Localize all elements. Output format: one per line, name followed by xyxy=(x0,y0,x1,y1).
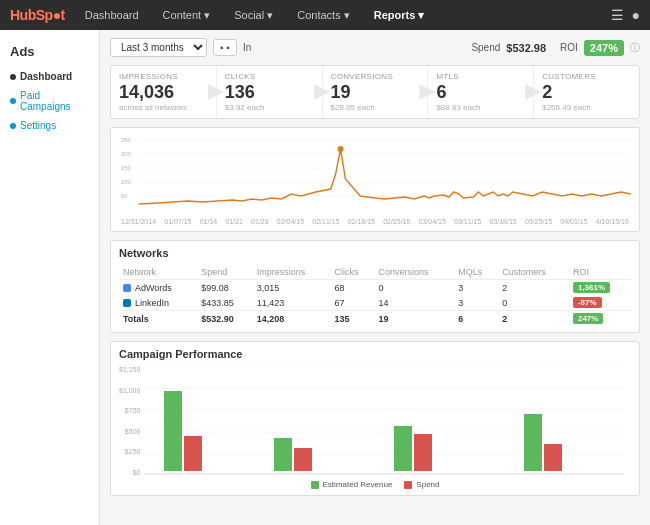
legend-spend: Spend xyxy=(404,480,439,489)
y-top: $1,250 xyxy=(119,366,140,373)
stats-row: IMPRESSIONS 14,036 across all networks C… xyxy=(110,65,640,119)
sidebar-title: Ads xyxy=(0,38,99,67)
networks-title: Networks xyxy=(119,247,631,259)
nav-content[interactable]: Content ▾ xyxy=(159,7,215,24)
nav-dashboard[interactable]: Dashboard xyxy=(81,7,143,23)
customers-label: CUSTOMERS xyxy=(542,72,631,81)
toolbar: Last 3 months ▪ ▪ In Spend $532.98 ROI 2… xyxy=(110,38,640,57)
clicks-sub: $3.92 each xyxy=(225,103,314,112)
sidebar-item-dashboard[interactable]: Dashboard xyxy=(0,67,99,86)
mtls-value: 6 xyxy=(436,83,525,101)
linkedin-mqls: 3 xyxy=(454,295,498,311)
x-label-1: 12/31/2014 xyxy=(121,218,156,225)
linkedin-roi: -87% xyxy=(569,295,631,311)
nav-reports[interactable]: Reports ▾ xyxy=(370,7,429,24)
linkedin-customers: 0 xyxy=(498,295,569,311)
sidebar-item-settings[interactable]: Settings xyxy=(0,116,99,135)
y-mid4: $250 xyxy=(119,448,140,455)
stat-conversions: CONVERSIONS 19 $28.05 each xyxy=(323,66,429,118)
svg-text:150: 150 xyxy=(121,165,132,171)
spend-value: $532.98 xyxy=(506,42,546,54)
totals-customers: 2 xyxy=(498,311,569,327)
main-content: Last 3 months ▪ ▪ In Spend $532.98 ROI 2… xyxy=(100,30,650,525)
x-label-7: 02/11/15 xyxy=(312,218,339,225)
sidebar-paid-label: Paid Campaigns xyxy=(20,90,89,112)
user-icon[interactable]: ● xyxy=(632,7,640,23)
sidebar-item-paid-campaigns[interactable]: Paid Campaigns xyxy=(0,86,99,116)
totals-spend: $532.90 xyxy=(197,311,253,327)
x-label-13: 03/25/15 xyxy=(525,218,552,225)
adwords-dot xyxy=(123,284,131,292)
sidebar-settings-label: Settings xyxy=(20,120,56,131)
campaign-legend: Estimated Revenue Spend xyxy=(119,480,631,489)
in-label: In xyxy=(243,42,251,53)
impressions-value: 14,036 xyxy=(119,83,208,101)
linkedin-spend: $433.85 xyxy=(197,295,253,311)
customers-value: 2 xyxy=(542,83,631,101)
bar-adwords-spend xyxy=(544,444,562,471)
toggle-btn[interactable]: ▪ ▪ xyxy=(213,39,237,56)
impressions-sub: across all networks xyxy=(119,103,208,112)
spend-label: Spend xyxy=(471,42,500,53)
sidebar-dot-paid xyxy=(10,98,16,104)
x-label-5: 01/28 xyxy=(251,218,269,225)
date-range-select[interactable]: Last 3 months xyxy=(110,38,207,57)
x-label-8: 02/18/15 xyxy=(348,218,375,225)
linkedin-clicks: 67 xyxy=(330,295,374,311)
x-label-3: 01/14 xyxy=(200,218,218,225)
bar-facebook-revenue xyxy=(164,391,182,471)
x-label-9: 02/25/15 xyxy=(383,218,410,225)
campaign-section: Campaign Performance $1,250 $1,000 $750 … xyxy=(110,341,640,496)
sidebar-dashboard-label: Dashboard xyxy=(20,71,72,82)
campaign-title: Campaign Performance xyxy=(119,348,631,360)
table-row: LinkedIn $433.85 11,423 67 14 3 0 -87% xyxy=(119,295,631,311)
bar-media-revenue xyxy=(274,438,292,471)
network-linkedin-name: LinkedIn xyxy=(119,295,197,311)
nav-social[interactable]: Social ▾ xyxy=(230,7,277,24)
conversions-value: 19 xyxy=(331,83,420,101)
adwords-impressions: 3,015 xyxy=(253,280,331,296)
y-axis: $1,250 $1,000 $750 $500 $250 $0 xyxy=(119,366,144,476)
info-icon[interactable]: ⓘ xyxy=(630,41,640,55)
conversions-label: CONVERSIONS xyxy=(331,72,420,81)
svg-text:50: 50 xyxy=(121,193,128,199)
main-layout: Ads Dashboard Paid Campaigns Settings La… xyxy=(0,30,650,525)
sidebar-dot xyxy=(10,74,16,80)
adwords-customers: 2 xyxy=(498,280,569,296)
svg-text:250: 250 xyxy=(121,137,132,143)
col-customers: Customers xyxy=(498,265,569,280)
linkedin-dot xyxy=(123,299,131,307)
x-label-15: 4/10/15/16 xyxy=(596,218,629,225)
x-label-12: 03/18/15 xyxy=(489,218,516,225)
conversions-sub: $28.05 each xyxy=(331,103,420,112)
x-label-4: 01/21 xyxy=(225,218,243,225)
totals-mqls: 6 xyxy=(454,311,498,327)
campaign-chart-wrap: $1,250 $1,000 $750 $500 $250 $0 xyxy=(119,366,631,476)
nav-contacts[interactable]: Contacts ▾ xyxy=(293,7,353,24)
legend-revenue: Estimated Revenue xyxy=(311,480,393,489)
totals-impressions: 14,208 xyxy=(253,311,331,327)
mtls-label: MTLS xyxy=(436,72,525,81)
adwords-roi-pill: 1,361% xyxy=(573,282,610,293)
col-network: Network xyxy=(119,265,197,280)
sidebar: Ads Dashboard Paid Campaigns Settings xyxy=(0,30,100,525)
adwords-conversions: 0 xyxy=(374,280,454,296)
roi-label-text: ROI xyxy=(560,42,578,53)
svg-point-10 xyxy=(338,146,344,152)
clicks-value: 136 xyxy=(225,83,314,101)
col-clicks: Clicks xyxy=(330,265,374,280)
stat-impressions: IMPRESSIONS 14,036 across all networks xyxy=(111,66,217,118)
menu-icon[interactable]: ☰ xyxy=(611,7,624,23)
col-spend: Spend xyxy=(197,265,253,280)
network-adwords-name: AdWords xyxy=(119,280,197,296)
col-impressions: Impressions xyxy=(253,265,331,280)
col-roi: ROI xyxy=(569,265,631,280)
legend-dot-spend xyxy=(404,481,412,489)
x-label-6: 02/04/15 xyxy=(277,218,304,225)
mtls-sub: $88.83 each xyxy=(436,103,525,112)
totals-conversions: 19 xyxy=(374,311,454,327)
totals-roi-pill: 247% xyxy=(573,313,603,324)
x-label-10: 03/04/15 xyxy=(419,218,446,225)
clicks-label: CLICKS xyxy=(225,72,314,81)
linkedin-roi-pill: -87% xyxy=(573,297,602,308)
